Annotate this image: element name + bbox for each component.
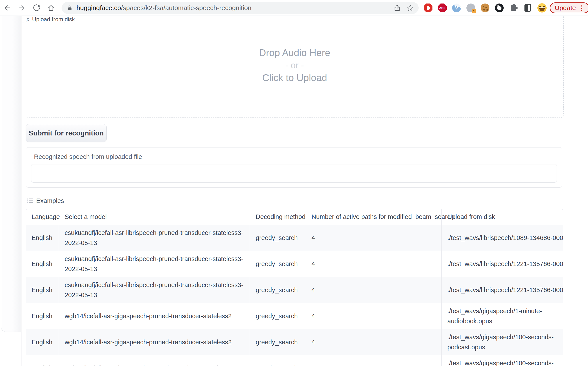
home-icon [47, 4, 55, 12]
examples-label: Examples [36, 197, 64, 205]
example-row[interactable]: English wgb14/icefall-asr-gigaspeech-pru… [26, 303, 563, 329]
home-button[interactable] [46, 3, 56, 13]
share-icon [393, 4, 401, 12]
forward-button[interactable] [17, 3, 27, 13]
example-row[interactable]: English csukuangfj/icefall-asr-librispee… [26, 251, 563, 277]
abp-extension-icon[interactable]: ABP [437, 3, 447, 13]
cell-model: csukuangfj/icefall-asr-librispeech-prune… [59, 225, 250, 251]
v-extension-icon[interactable]: V [452, 3, 461, 13]
cell-model: csukuangfj/icefall-asr-librispeech-prune… [59, 277, 250, 303]
github-extension-icon[interactable] [494, 3, 504, 13]
browser-toolbar: huggingface.co/spaces/k2-fsa/automatic-s… [0, 0, 588, 16]
blocker-extension-icon[interactable] [423, 3, 433, 13]
reload-button[interactable] [32, 3, 41, 13]
example-row[interactable]: English wgb14/icefall-asr-gigaspeech-pru… [26, 355, 563, 366]
cell-file: ./test_wavs/gigaspeech/1-minute-audioboo… [442, 303, 563, 329]
cell-model: wgb14/icefall-asr-gigaspeech-pruned-tran… [59, 355, 250, 366]
example-row[interactable]: English csukuangfj/icefall-asr-librispee… [26, 225, 563, 251]
cell-decoding: greedy_search [250, 329, 306, 355]
app-content: Drop Audio Here - or - Click to Upload ♫… [22, 16, 568, 366]
cell-model: wgb14/icefall-asr-gigaspeech-pruned-tran… [59, 329, 250, 355]
examples-header: Examples [27, 197, 64, 205]
smiley-extension-icon[interactable] [537, 3, 547, 13]
col-header-language: Language [26, 209, 59, 225]
cell-language: English [26, 277, 59, 303]
extensions-row: ABP V 1 [423, 3, 547, 13]
cell-decoding: greedy_search [250, 303, 306, 329]
url-path: /spaces/k2-fsa/automatic-speech-recognit… [121, 4, 251, 11]
tab-upload-from-disk[interactable]: ♫ Upload from disk [22, 16, 65, 23]
badge-extension-icon[interactable]: 1 [466, 3, 476, 13]
recognized-speech-textbox[interactable] [31, 164, 557, 183]
extension-badge: 1 [472, 9, 476, 13]
cell-language: English [26, 329, 59, 355]
url-host: huggingface.co [76, 4, 121, 11]
cell-language: English [26, 303, 59, 329]
address-bar[interactable]: huggingface.co/spaces/k2-fsa/automatic-s… [61, 2, 419, 14]
output-label: Recognized speech from uploaded file [34, 153, 562, 160]
panel-icon [524, 4, 531, 12]
cell-language: English [26, 225, 59, 251]
forward-arrow-icon [18, 3, 27, 12]
example-row[interactable]: English csukuangfj/icefall-asr-librispee… [26, 277, 563, 303]
output-panel: Recognized speech from uploaded file [26, 147, 562, 188]
extensions-menu-button[interactable] [509, 3, 518, 13]
abp-icon: ABP [438, 3, 447, 12]
cell-model: csukuangfj/icefall-asr-librispeech-prune… [59, 251, 250, 277]
bookmark-button[interactable] [406, 3, 415, 12]
url-text: huggingface.co/spaces/k2-fsa/automatic-s… [76, 4, 251, 12]
chrome-update-button[interactable]: Update ⋮ [550, 2, 588, 13]
cell-file: ./test_wavs/librispeech/1221-135766-0001… [442, 251, 563, 277]
browser-window: huggingface.co/spaces/k2-fsa/automatic-s… [0, 0, 588, 366]
col-header-upload-from-disk: Upload from disk [442, 209, 563, 225]
star-icon [407, 4, 414, 12]
hand-icon [424, 3, 432, 12]
content-right-border [568, 16, 568, 366]
cell-decoding: greedy_search [250, 251, 306, 277]
table-header-row: Language Select a model Decoding method … [26, 209, 563, 225]
cell-file: ./test_wavs/librispeech/1221-135766-0002… [442, 277, 563, 303]
examples-table: Language Select a model Decoding method … [26, 209, 563, 366]
back-button[interactable] [2, 3, 12, 13]
example-row[interactable]: English wgb14/icefall-asr-gigaspeech-pru… [26, 329, 563, 355]
update-label: Update [555, 4, 576, 12]
drop-audio-here-text: Drop Audio Here [26, 46, 564, 59]
col-header-decoding-method: Decoding method [250, 209, 306, 225]
cookie-icon [481, 3, 490, 12]
cell-language: English [26, 251, 59, 277]
col-header-active-paths: Number of active paths for modified_beam… [306, 209, 442, 225]
cell-model: wgb14/icefall-asr-gigaspeech-pruned-tran… [59, 303, 250, 329]
tab-label: Upload from disk [32, 16, 75, 23]
click-to-upload-text: Click to Upload [26, 71, 564, 84]
cell-paths: 4 [306, 355, 442, 366]
cell-language: English [26, 355, 59, 366]
cell-decoding: greedy_search [250, 355, 306, 366]
cell-paths: 4 [306, 277, 442, 303]
github-icon [495, 3, 504, 12]
left-page-gutter [1, 16, 21, 332]
cell-paths: 4 [306, 303, 442, 329]
col-header-model: Select a model [59, 209, 250, 225]
reload-icon [32, 4, 41, 12]
cell-paths: 4 [306, 329, 442, 355]
music-note-icon: ♫ [26, 16, 30, 22]
puzzle-icon [511, 5, 516, 11]
or-text: - or - [26, 59, 564, 71]
v-icon: V [452, 3, 461, 12]
cell-decoding: greedy_search [250, 225, 306, 251]
list-icon [27, 198, 33, 203]
smiley-icon [537, 3, 547, 13]
lock-icon[interactable] [66, 4, 73, 11]
sidepanel-extension-icon[interactable] [523, 3, 533, 13]
cell-paths: 4 [306, 251, 442, 277]
cell-file: ./test_wavs/gigaspeech/100-seconds-youtu… [442, 355, 563, 366]
browser-menu-icon[interactable]: ⋮ [579, 4, 585, 12]
submit-for-recognition-button[interactable]: Submit for recognition [26, 124, 107, 142]
cell-decoding: greedy_search [250, 277, 306, 303]
cell-file: ./test_wavs/gigaspeech/100-seconds-podca… [442, 329, 563, 355]
cookie-extension-icon[interactable] [480, 3, 490, 13]
share-button[interactable] [393, 3, 402, 12]
cell-paths: 4 [306, 225, 442, 251]
dropzone-text: Drop Audio Here - or - Click to Upload [26, 46, 564, 84]
back-arrow-icon [3, 3, 11, 12]
